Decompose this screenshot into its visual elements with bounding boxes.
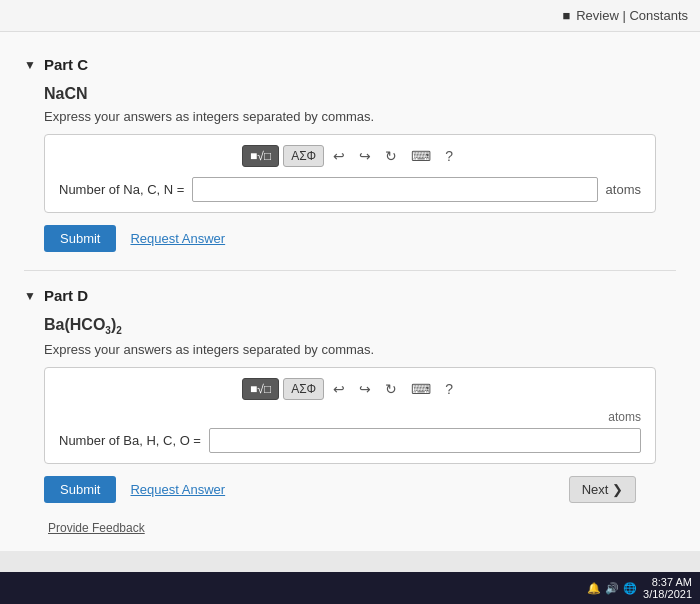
part-c-help-btn[interactable]: ?: [440, 146, 458, 166]
part-c-format-btn1[interactable]: ■√□: [242, 145, 279, 167]
part-d-keyboard-btn[interactable]: ⌨: [406, 379, 436, 399]
part-d-undo-btn[interactable]: ↩: [328, 379, 350, 399]
part-d-help-btn[interactable]: ?: [440, 379, 458, 399]
part-c-undo-btn[interactable]: ↩: [328, 146, 350, 166]
part-d-format-btn2[interactable]: ΑΣΦ: [283, 378, 324, 400]
part-c-input-row: Number of Na, C, N = atoms: [59, 177, 641, 202]
review-constants-label: Review | Constants: [576, 8, 688, 23]
part-c-answer-box: ■√□ ΑΣΦ ↩ ↪ ↻ ⌨ ? Number of Na, C, N = a…: [44, 134, 656, 213]
part-c-instruction: Express your answers as integers separat…: [44, 109, 676, 124]
part-c-answer-input[interactable]: [192, 177, 597, 202]
next-button[interactable]: Next ❯: [569, 476, 636, 503]
provide-feedback-link[interactable]: Provide Feedback: [48, 521, 145, 535]
part-c-submit-button[interactable]: Submit: [44, 225, 116, 252]
taskbar-time: 8:37 AM 3/18/2021: [643, 576, 692, 600]
top-bar: ■ Review | Constants: [0, 0, 700, 32]
part-d-header: ▼ Part D: [24, 287, 676, 304]
part-d-submit-button[interactable]: Submit: [44, 476, 116, 503]
review-icon: ■: [562, 8, 570, 23]
taskbar: 🔔 🔊 🌐 8:37 AM 3/18/2021: [0, 572, 700, 604]
part-d-unit-top: atoms: [59, 410, 641, 424]
part-c-compound: NaCN: [44, 85, 676, 103]
part-d-title: Part D: [44, 287, 88, 304]
part-c-refresh-btn[interactable]: ↻: [380, 146, 402, 166]
part-c-format-btn2[interactable]: ΑΣΦ: [283, 145, 324, 167]
taskbar-icons: 🔔 🔊 🌐: [587, 582, 637, 595]
part-d-request-answer-button[interactable]: Request Answer: [130, 482, 225, 497]
part-d-redo-btn[interactable]: ↪: [354, 379, 376, 399]
part-d-action-row: Submit Request Answer Next ❯: [44, 476, 656, 503]
part-c-keyboard-btn[interactable]: ⌨: [406, 146, 436, 166]
part-d-input-label: Number of Ba, H, C, O =: [59, 433, 201, 448]
part-d-compound: Ba(HCO3)2: [44, 316, 676, 336]
main-content: ▼ Part C NaCN Express your answers as in…: [0, 32, 700, 551]
part-d-arrow[interactable]: ▼: [24, 289, 36, 303]
part-c-request-answer-button[interactable]: Request Answer: [130, 231, 225, 246]
part-d-answer-box: ■√□ ΑΣΦ ↩ ↪ ↻ ⌨ ? atoms Number of Ba, H,…: [44, 367, 656, 464]
part-d-refresh-btn[interactable]: ↻: [380, 379, 402, 399]
part-c-toolbar: ■√□ ΑΣΦ ↩ ↪ ↻ ⌨ ?: [59, 145, 641, 167]
part-d-answer-input[interactable]: [209, 428, 641, 453]
part-c-title: Part C: [44, 56, 88, 73]
part-d-toolbar: ■√□ ΑΣΦ ↩ ↪ ↻ ⌨ ?: [59, 378, 641, 400]
part-d-instruction: Express your answers as integers separat…: [44, 342, 676, 357]
part-c-header: ▼ Part C: [24, 56, 676, 73]
part-c-arrow[interactable]: ▼: [24, 58, 36, 72]
part-c-unit: atoms: [606, 182, 641, 197]
divider: [24, 270, 676, 271]
part-c-action-row: Submit Request Answer: [44, 225, 676, 252]
part-c-input-label: Number of Na, C, N =: [59, 182, 184, 197]
part-d-input-row: Number of Ba, H, C, O =: [59, 428, 641, 453]
part-c-redo-btn[interactable]: ↪: [354, 146, 376, 166]
part-d-format-btn1[interactable]: ■√□: [242, 378, 279, 400]
